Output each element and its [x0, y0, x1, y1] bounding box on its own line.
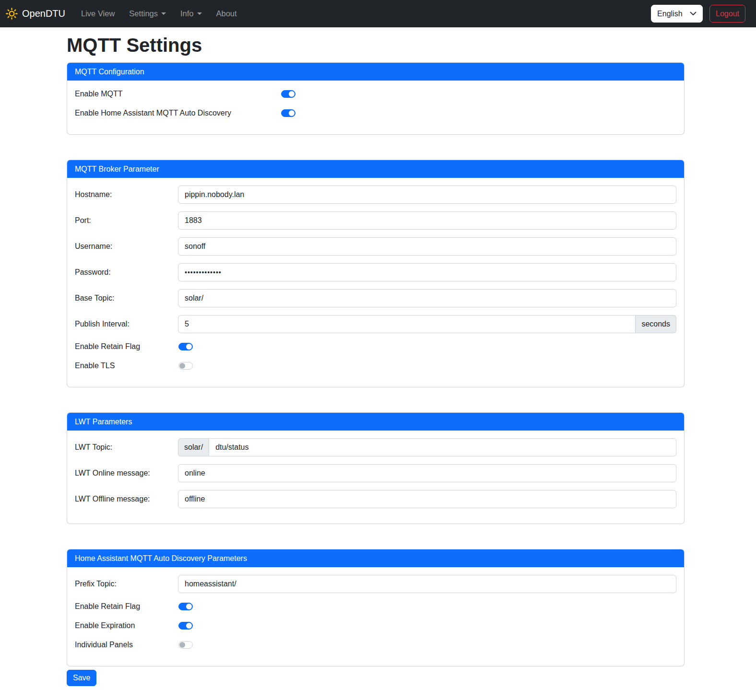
save-button[interactable]: Save	[67, 670, 96, 686]
lwt-topic-prefix-addon: solar/	[178, 438, 209, 456]
field-row-hostname: Hostname:	[75, 186, 676, 204]
card-mqtt-configuration: MQTT Configuration Enable MQTT Enable Ho…	[67, 62, 685, 135]
language-selected-value: English	[657, 10, 682, 18]
lwt-offline-message-input[interactable]	[178, 490, 676, 508]
field-label: Password:	[75, 268, 178, 277]
enable-tls-toggle[interactable]	[178, 362, 193, 370]
field-label: LWT Offline message:	[75, 495, 178, 503]
enable-mqtt-toggle[interactable]	[281, 90, 295, 98]
field-label: Enable MQTT	[75, 90, 281, 98]
field-label: Publish Interval:	[75, 320, 178, 328]
card-body: Prefix Topic: Enable Retain Flag Enable …	[67, 567, 684, 666]
username-input[interactable]	[178, 237, 676, 256]
toggle-row-ha-individual-panels: Individual Panels	[75, 639, 676, 651]
card-header: MQTT Broker Parameter	[67, 160, 684, 178]
nav-item-info-label: Info	[180, 9, 194, 18]
field-row-password: Password:	[75, 263, 676, 281]
logout-button[interactable]: Logout	[709, 5, 745, 23]
field-label: Prefix Topic:	[75, 580, 178, 588]
nav-item-about[interactable]: About	[209, 5, 244, 22]
port-input[interactable]	[178, 211, 676, 230]
card-body: Enable MQTT Enable Home Assistant MQTT A…	[67, 81, 684, 134]
field-label: Hostname:	[75, 190, 178, 199]
field-label: Enable Home Assistant MQTT Auto Discover…	[75, 109, 281, 117]
base-topic-input[interactable]	[178, 289, 676, 307]
navbar: OpenDTU Live View Settings Info About En…	[0, 0, 756, 27]
ha-enable-expiration-toggle[interactable]	[178, 622, 193, 630]
nav-item-live-view[interactable]: Live View	[74, 5, 122, 22]
navbar-right: English Logout	[651, 5, 750, 23]
field-label: Individual Panels	[75, 641, 178, 649]
sun-icon	[6, 8, 18, 20]
field-row-publish-interval: Publish Interval: seconds	[75, 315, 676, 333]
field-label: Base Topic:	[75, 294, 178, 303]
seconds-unit-addon: seconds	[636, 315, 676, 333]
card-header: MQTT Configuration	[67, 63, 684, 81]
toggle-row-enable-retain-flag: Enable Retain Flag	[75, 341, 676, 352]
chevron-down-icon	[161, 12, 166, 15]
nav-item-settings[interactable]: Settings	[122, 5, 173, 22]
field-row-port: Port:	[75, 211, 676, 230]
card-header: Home Assistant MQTT Auto Discovery Param…	[67, 549, 684, 567]
hostname-input[interactable]	[178, 186, 676, 204]
field-row-username: Username:	[75, 237, 676, 256]
field-label: Enable Expiration	[75, 621, 178, 630]
nav-item-settings-label: Settings	[129, 9, 158, 18]
toggle-row-enable-ha-discovery: Enable Home Assistant MQTT Auto Discover…	[75, 107, 676, 119]
brand-label: OpenDTU	[22, 8, 65, 19]
field-row-lwt-offline-message: LWT Offline message:	[75, 490, 676, 508]
field-row-base-topic: Base Topic:	[75, 289, 676, 307]
card-lwt-parameters: LWT Parameters LWT Topic: solar/ LWT Onl…	[67, 412, 685, 524]
card-body: Hostname: Port: Username: Password:	[67, 178, 684, 387]
publish-interval-input[interactable]	[178, 315, 636, 333]
card-header: LWT Parameters	[67, 413, 684, 431]
field-label: LWT Online message:	[75, 469, 178, 478]
ha-enable-retain-flag-toggle[interactable]	[178, 603, 193, 610]
card-mqtt-broker-parameter: MQTT Broker Parameter Hostname: Port: Us…	[67, 160, 685, 387]
password-input[interactable]	[178, 263, 676, 281]
card-body: LWT Topic: solar/ LWT Online message: LW…	[67, 431, 684, 524]
field-label: Port:	[75, 216, 178, 225]
card-ha-auto-discovery-parameters: Home Assistant MQTT Auto Discovery Param…	[67, 549, 685, 666]
navbar-left: OpenDTU Live View Settings Info About	[6, 5, 244, 22]
field-row-prefix-topic: Prefix Topic:	[75, 575, 676, 593]
toggle-row-ha-enable-expiration: Enable Expiration	[75, 620, 676, 631]
field-label: LWT Topic:	[75, 443, 178, 452]
ha-individual-panels-toggle[interactable]	[178, 641, 193, 649]
toggle-row-enable-mqtt: Enable MQTT	[75, 88, 676, 100]
enable-ha-auto-discovery-toggle[interactable]	[281, 109, 295, 117]
toggle-row-enable-tls: Enable TLS	[75, 360, 676, 372]
field-label: Enable Retain Flag	[75, 602, 178, 611]
enable-retain-flag-toggle[interactable]	[178, 343, 193, 350]
toggle-row-ha-enable-retain-flag: Enable Retain Flag	[75, 601, 676, 612]
lwt-online-message-input[interactable]	[178, 464, 676, 482]
field-row-lwt-topic: LWT Topic: solar/	[75, 438, 676, 456]
chevron-down-icon	[690, 12, 697, 16]
field-label: Username:	[75, 242, 178, 251]
language-select[interactable]: English	[651, 5, 703, 23]
brand-openDTU[interactable]: OpenDTU	[6, 8, 65, 20]
lwt-topic-input[interactable]	[209, 438, 676, 456]
field-label: Enable TLS	[75, 362, 178, 370]
nav-item-info[interactable]: Info	[173, 5, 209, 22]
prefix-topic-input[interactable]	[178, 575, 676, 593]
field-row-lwt-online-message: LWT Online message:	[75, 464, 676, 482]
page-title: MQTT Settings	[67, 35, 685, 56]
field-label: Enable Retain Flag	[75, 342, 178, 351]
main-content: MQTT Settings MQTT Configuration Enable …	[67, 35, 685, 686]
chevron-down-icon	[197, 12, 202, 15]
